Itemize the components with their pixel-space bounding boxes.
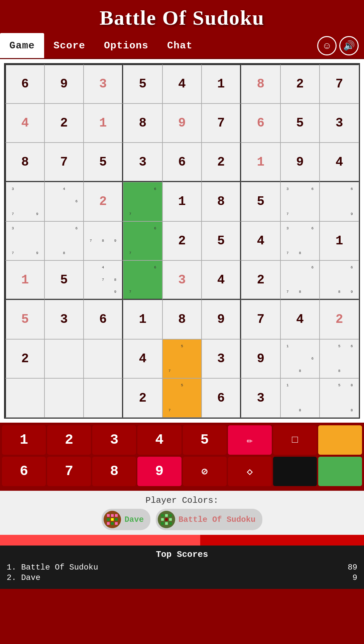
cell-5-8[interactable]: 689 bbox=[320, 260, 359, 300]
cell-6-5[interactable]: 9 bbox=[202, 300, 241, 339]
cell-3-4[interactable]: 1 bbox=[162, 182, 202, 221]
numpad-6[interactable]: 6 bbox=[2, 457, 46, 486]
cell-8-6[interactable]: 3 bbox=[241, 378, 280, 418]
cell-4-5[interactable]: 5 bbox=[202, 221, 241, 261]
cell-3-2[interactable]: 2 bbox=[84, 182, 123, 221]
cell-7-4[interactable]: 57 bbox=[162, 339, 202, 379]
cell-3-1[interactable]: 46 bbox=[44, 182, 84, 221]
square-button[interactable]: □ bbox=[273, 425, 317, 455]
cell-5-6[interactable]: 2 bbox=[241, 260, 280, 300]
cell-1-4[interactable]: 9 bbox=[162, 103, 202, 143]
color-green-button[interactable] bbox=[318, 457, 362, 486]
cell-6-4[interactable]: 8 bbox=[162, 300, 202, 339]
cell-0-1[interactable]: 9 bbox=[44, 64, 84, 103]
cell-2-7[interactable]: 9 bbox=[280, 143, 320, 182]
cell-5-7[interactable]: 678 bbox=[280, 260, 320, 300]
cell-4-4[interactable]: 2 bbox=[162, 221, 202, 261]
cell-1-5[interactable]: 7 bbox=[202, 103, 241, 143]
cell-6-2[interactable]: 6 bbox=[84, 300, 123, 339]
cell-5-4[interactable]: 3 bbox=[162, 260, 202, 300]
numpad-8[interactable]: 8 bbox=[92, 457, 136, 486]
cell-4-6[interactable]: 4 bbox=[241, 221, 280, 261]
cell-8-0[interactable] bbox=[5, 378, 44, 418]
cell-8-2[interactable] bbox=[84, 378, 123, 418]
tab-score[interactable]: Score bbox=[44, 33, 95, 58]
tab-game[interactable]: Game bbox=[0, 33, 44, 58]
cell-6-0[interactable]: 5 bbox=[5, 300, 44, 339]
cell-7-2[interactable] bbox=[84, 339, 123, 379]
numpad-7[interactable]: 7 bbox=[47, 457, 91, 486]
cell-5-2[interactable]: 4789 bbox=[84, 260, 123, 300]
pencil-button[interactable]: ✏ bbox=[228, 425, 272, 455]
erase-button[interactable]: ⊘ bbox=[183, 457, 227, 486]
cell-7-8[interactable]: 568 bbox=[320, 339, 359, 379]
cell-6-3[interactable]: 1 bbox=[123, 300, 162, 339]
cell-0-5[interactable]: 1 bbox=[202, 64, 241, 103]
cell-5-3[interactable]: 67 bbox=[123, 260, 162, 300]
cell-7-6[interactable]: 9 bbox=[241, 339, 280, 379]
cell-8-5[interactable]: 6 bbox=[202, 378, 241, 418]
cell-4-3[interactable]: 67 bbox=[123, 221, 162, 261]
cell-0-8[interactable]: 7 bbox=[320, 64, 359, 103]
cell-0-4[interactable]: 4 bbox=[162, 64, 202, 103]
cell-4-1[interactable]: 68 bbox=[44, 221, 84, 261]
numpad-4[interactable]: 4 bbox=[137, 425, 181, 455]
cell-4-2[interactable]: 789 bbox=[84, 221, 123, 261]
cell-8-4[interactable]: 57 bbox=[162, 378, 202, 418]
cell-3-5[interactable]: 8 bbox=[202, 182, 241, 221]
numpad-1[interactable]: 1 bbox=[2, 425, 46, 455]
cell-0-2[interactable]: 3 bbox=[84, 64, 123, 103]
cell-1-7[interactable]: 5 bbox=[280, 103, 320, 143]
cell-5-0[interactable]: 1 bbox=[5, 260, 44, 300]
color-orange-button[interactable] bbox=[318, 425, 362, 455]
cell-6-7[interactable]: 4 bbox=[280, 300, 320, 339]
cell-0-6[interactable]: 8 bbox=[241, 64, 280, 103]
cell-7-3[interactable]: 4 bbox=[123, 339, 162, 379]
cell-0-3[interactable]: 5 bbox=[123, 64, 162, 103]
cell-3-8[interactable]: 69 bbox=[320, 182, 359, 221]
emoji-button[interactable]: ☺ bbox=[317, 36, 337, 55]
tab-chat[interactable]: Chat bbox=[158, 33, 202, 58]
cell-2-3[interactable]: 3 bbox=[123, 143, 162, 182]
numpad-9[interactable]: 9 bbox=[137, 457, 181, 486]
cell-1-2[interactable]: 1 bbox=[84, 103, 123, 143]
cell-6-1[interactable]: 3 bbox=[44, 300, 84, 339]
cell-2-1[interactable]: 7 bbox=[44, 143, 84, 182]
cell-3-3[interactable]: 67 bbox=[123, 182, 162, 221]
cell-2-8[interactable]: 4 bbox=[320, 143, 359, 182]
cell-6-6[interactable]: 7 bbox=[241, 300, 280, 339]
cell-2-2[interactable]: 5 bbox=[84, 143, 123, 182]
cell-0-0[interactable]: 6 bbox=[5, 64, 44, 103]
cell-1-1[interactable]: 2 bbox=[44, 103, 84, 143]
cell-3-6[interactable]: 5 bbox=[241, 182, 280, 221]
cell-1-6[interactable]: 6 bbox=[241, 103, 280, 143]
cell-3-7[interactable]: 367 bbox=[280, 182, 320, 221]
cell-2-5[interactable]: 2 bbox=[202, 143, 241, 182]
sound-button[interactable]: 🔊 bbox=[339, 36, 359, 55]
cell-8-8[interactable]: 588 bbox=[320, 378, 359, 418]
cell-0-7[interactable]: 2 bbox=[280, 64, 320, 103]
cell-7-7[interactable]: 168 bbox=[280, 339, 320, 379]
cell-4-7[interactable]: 3678 bbox=[280, 221, 320, 261]
cell-2-0[interactable]: 8 bbox=[5, 143, 44, 182]
cell-5-5[interactable]: 4 bbox=[202, 260, 241, 300]
cell-7-0[interactable]: 2 bbox=[5, 339, 44, 379]
cell-2-6[interactable]: 1 bbox=[241, 143, 280, 182]
cell-4-8[interactable]: 1 bbox=[320, 221, 359, 261]
cell-7-5[interactable]: 3 bbox=[202, 339, 241, 379]
cell-3-0[interactable]: 379 bbox=[5, 182, 44, 221]
cell-5-1[interactable]: 5 bbox=[44, 260, 84, 300]
numpad-3[interactable]: 3 bbox=[92, 425, 136, 455]
color-black-button[interactable] bbox=[273, 457, 317, 486]
cell-1-8[interactable]: 3 bbox=[320, 103, 359, 143]
numpad-2[interactable]: 2 bbox=[47, 425, 91, 455]
diamond-button[interactable]: ◇ bbox=[228, 457, 272, 486]
cell-2-4[interactable]: 6 bbox=[162, 143, 202, 182]
player-chip-2[interactable]: Battle Of Sudoku bbox=[156, 509, 262, 530]
cell-4-0[interactable]: 379 bbox=[5, 221, 44, 261]
tab-options[interactable]: Options bbox=[95, 33, 158, 58]
cell-1-0[interactable]: 4 bbox=[5, 103, 44, 143]
cell-7-1[interactable] bbox=[44, 339, 84, 379]
cell-8-7[interactable]: 18 bbox=[280, 378, 320, 418]
cell-8-3[interactable]: 2 bbox=[123, 378, 162, 418]
